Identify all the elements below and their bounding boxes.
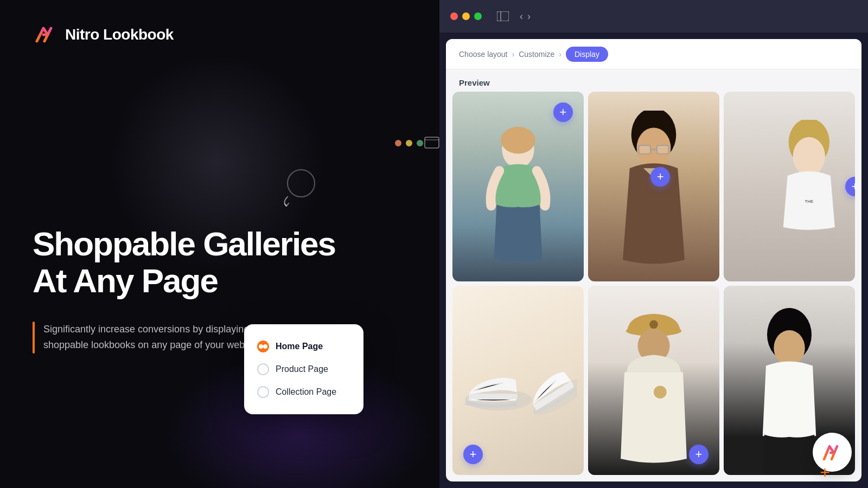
nav-back[interactable]: ‹ <box>520 11 523 22</box>
orange-bar <box>33 322 35 354</box>
logo-text: Nitro Lookbook <box>65 26 174 43</box>
plus-btn-5[interactable]: + <box>689 445 709 464</box>
menu-item-home[interactable]: Home Page <box>257 335 350 358</box>
hero-section: Shoppable GalleriesAt Any Page Significa… <box>33 113 407 466</box>
breadcrumb-sep-2: › <box>559 50 561 59</box>
radio-home[interactable] <box>257 341 269 352</box>
photo-cell-1: + <box>452 92 584 281</box>
plus-btn-4[interactable]: + <box>463 445 483 464</box>
svg-rect-1 <box>497 11 509 21</box>
photo-grid: + <box>446 92 861 481</box>
svg-point-21 <box>774 330 805 366</box>
browser-chrome: ‹ › <box>439 0 868 33</box>
hero-title: Shoppable GalleriesAt Any Page <box>33 226 407 299</box>
breadcrumb-choose-layout[interactable]: Choose layout <box>459 50 508 59</box>
photo-cell-4: + <box>452 286 584 476</box>
window-icon <box>424 137 439 151</box>
orange-plus-corner: + <box>820 463 830 481</box>
svg-rect-22 <box>425 137 439 148</box>
traffic-light-red[interactable] <box>450 12 458 20</box>
svg-point-4 <box>501 127 535 154</box>
traffic-light-green[interactable] <box>474 12 482 20</box>
svg-point-16 <box>649 320 658 329</box>
cursor-arrow <box>271 167 320 218</box>
menu-item-collection[interactable]: Collection Page <box>257 381 350 403</box>
breadcrumb-bar: Choose layout › Customize › Display <box>446 39 861 69</box>
dot-1 <box>395 140 401 146</box>
preview-label: Preview <box>446 69 861 92</box>
svg-rect-8 <box>657 145 669 154</box>
nav-forward[interactable]: › <box>527 11 531 22</box>
floating-menu: Home Page Product Page Collection Page <box>244 324 363 414</box>
nav-arrows: ‹ › <box>520 11 531 22</box>
breadcrumb-customize[interactable]: Customize <box>519 50 554 59</box>
plus-btn-2[interactable]: + <box>650 167 670 187</box>
breadcrumb-sep-1: › <box>512 50 515 59</box>
svg-text:THE: THE <box>805 200 813 204</box>
logo-area: Nitro Lookbook <box>33 22 407 48</box>
traffic-light-yellow[interactable] <box>462 12 470 20</box>
sidebar-toggle-icon[interactable] <box>497 11 509 21</box>
browser-window: ‹ › Choose layout › Customize › Display … <box>439 0 868 488</box>
svg-point-19 <box>654 386 667 399</box>
logo-icon <box>33 22 59 48</box>
photo-cell-5: + <box>588 286 719 476</box>
menu-label-collection: Collection Page <box>276 387 336 397</box>
dot-2 <box>406 140 412 146</box>
svg-point-11 <box>793 137 825 176</box>
svg-point-0 <box>288 170 315 197</box>
photo-cell-3: THE + <box>724 92 855 281</box>
svg-rect-7 <box>639 145 650 154</box>
browser-controls <box>497 11 509 21</box>
dot-3 <box>417 140 423 146</box>
menu-item-product[interactable]: Product Page <box>257 358 350 381</box>
app-content: Choose layout › Customize › Display Prev… <box>446 39 861 481</box>
menu-label-home: Home Page <box>276 342 323 351</box>
dots-indicator <box>395 140 423 146</box>
plus-btn-1[interactable]: + <box>553 102 573 122</box>
photo-cell-2: + <box>588 92 719 281</box>
radio-product[interactable] <box>257 363 269 375</box>
breadcrumb-display[interactable]: Display <box>566 47 608 62</box>
menu-label-product: Product Page <box>276 364 328 374</box>
radio-collection[interactable] <box>257 386 269 398</box>
left-panel: Nitro Lookbook Shoppable GalleriesAt Any… <box>0 0 439 488</box>
nitro-watermark <box>813 433 852 472</box>
traffic-lights <box>450 12 482 20</box>
